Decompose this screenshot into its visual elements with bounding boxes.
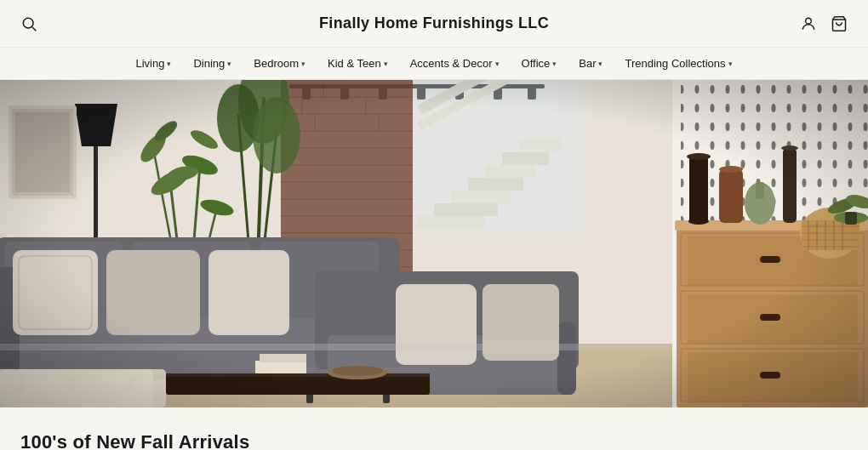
chevron-icon-kid-teen: ▾ <box>384 60 388 68</box>
svg-point-2 <box>806 18 812 24</box>
svg-rect-141 <box>0 80 868 407</box>
nav-label-dining: Dining <box>193 57 225 70</box>
chevron-icon-office: ▾ <box>552 60 557 68</box>
nav-label-office: Office <box>522 57 551 70</box>
hero-bottom-title: 100's of New Fall Arrivals <box>20 431 848 450</box>
nav-item-trending[interactable]: Trending Collections ▾ <box>616 54 740 73</box>
nav-label-bedroom: Bedroom <box>254 57 299 70</box>
nav-item-bedroom[interactable]: Bedroom ▾ <box>245 54 314 73</box>
header-left <box>20 15 37 32</box>
header-right <box>800 15 848 32</box>
chevron-icon-bedroom: ▾ <box>301 60 306 68</box>
header-center: Finally Home Furnishings LLC <box>319 14 549 32</box>
hero-bottom-section: 100's of New Fall Arrivals <box>0 407 868 450</box>
hero-scene <box>0 80 868 407</box>
site-header: Finally Home Furnishings LLC <box>0 0 868 48</box>
search-button[interactable] <box>20 15 37 32</box>
nav-item-office[interactable]: Office ▾ <box>513 54 566 73</box>
nav-item-accents-decor[interactable]: Accents & Decor ▾ <box>402 54 508 73</box>
account-button[interactable] <box>800 15 817 32</box>
chevron-icon-trending: ▾ <box>728 60 733 68</box>
chevron-icon-living: ▾ <box>167 60 171 68</box>
nav-label-accents-decor: Accents & Decor <box>410 57 493 70</box>
nav-label-bar: Bar <box>579 57 596 70</box>
nav-label-trending: Trending Collections <box>625 57 725 70</box>
hero-image <box>0 80 868 407</box>
chevron-icon-dining: ▾ <box>227 60 231 68</box>
nav-item-dining[interactable]: Dining ▾ <box>185 54 240 73</box>
cart-button[interactable] <box>831 15 848 32</box>
nav-label-living: Living <box>135 57 164 70</box>
chevron-icon-accents-decor: ▾ <box>495 60 500 68</box>
site-title: Finally Home Furnishings LLC <box>319 14 549 31</box>
chevron-icon-bar: ▾ <box>598 60 602 68</box>
nav-item-kid-teen[interactable]: Kid & Teen ▾ <box>319 54 397 73</box>
main-nav: Living ▾ Dining ▾ Bedroom ▾ Kid & Teen ▾… <box>0 48 868 80</box>
svg-point-0 <box>23 18 33 28</box>
nav-item-bar[interactable]: Bar ▾ <box>570 54 611 73</box>
nav-label-kid-teen: Kid & Teen <box>328 57 381 70</box>
svg-line-1 <box>32 26 37 31</box>
hero-svg <box>0 80 868 407</box>
nav-item-living[interactable]: Living ▾ <box>127 54 180 73</box>
